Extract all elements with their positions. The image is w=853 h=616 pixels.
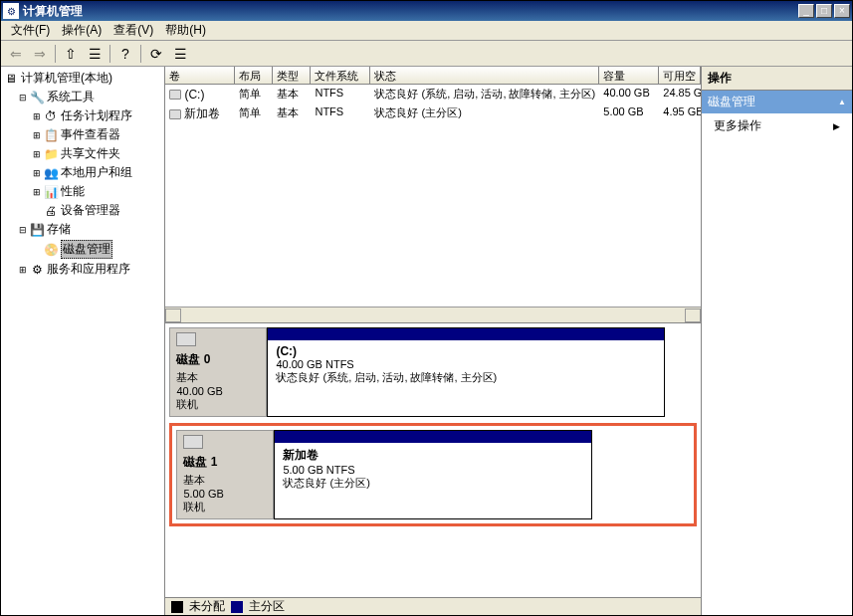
menu-action[interactable]: 操作(A)	[56, 20, 107, 41]
help-button[interactable]: ?	[114, 43, 136, 65]
legend-swatch-primary	[231, 601, 243, 613]
disk-icon	[183, 435, 203, 449]
scroll-right-button[interactable]	[685, 308, 701, 322]
tree-panel: 🖥 计算机管理(本地) ⊟ 🔧 系统工具 ⊞ ⏱ 任务计划程序 ⊞	[1, 67, 165, 615]
disk-partitions: 新加卷 5.00 GB NTFS 状态良好 (主分区)	[274, 430, 690, 519]
header-capacity[interactable]: 容量	[599, 67, 659, 84]
tools-icon: 🔧	[29, 90, 45, 105]
disk-info[interactable]: 磁盘 1 基本 5.00 GB 联机	[176, 430, 274, 519]
window-title: 计算机管理	[23, 3, 796, 20]
menubar: 文件(F) 操作(A) 查看(V) 帮助(H)	[1, 21, 852, 41]
toolbar-separator	[140, 45, 141, 63]
properties-button[interactable]: ☰	[84, 43, 106, 65]
tree-task-scheduler[interactable]: ⊞ ⏱ 任务计划程序	[31, 106, 162, 125]
center-panel: 卷 布局 类型 文件系统 状态 容量 可用空间 (C:) 简单 基本 NTFS …	[165, 67, 702, 615]
tree-root[interactable]: 🖥 计算机管理(本地)	[3, 69, 162, 88]
actions-header: 操作	[702, 67, 852, 91]
submenu-arrow-icon: ▶	[833, 121, 840, 131]
refresh-button[interactable]: ⟳	[145, 43, 167, 65]
computer-management-window: ⚙ 计算机管理 _ □ × 文件(F) 操作(A) 查看(V) 帮助(H) ⇐ …	[0, 0, 853, 616]
partition-stripe	[268, 328, 664, 340]
tree-device-manager[interactable]: 🖨 设备管理器	[31, 201, 162, 220]
disk-row-highlighted: 磁盘 1 基本 5.00 GB 联机 新加卷 5.00 GB NTFS 状态良好…	[169, 423, 697, 526]
collapse-icon[interactable]: ⊟	[17, 225, 29, 235]
device-icon: 🖨	[43, 203, 59, 219]
tree-event-viewer[interactable]: ⊞ 📋 事件查看器	[31, 125, 162, 144]
volume-row[interactable]: 新加卷 简单 基本 NTFS 状态良好 (主分区) 5.00 GB 4.95 G…	[165, 103, 701, 124]
legend-unallocated-label: 未分配	[189, 598, 225, 615]
perf-icon: 📊	[43, 184, 59, 200]
toolbar-separator	[109, 45, 110, 63]
menu-view[interactable]: 查看(V)	[107, 20, 159, 41]
menu-help[interactable]: 帮助(H)	[159, 20, 212, 41]
tree-system-tools[interactable]: ⊟ 🔧 系统工具	[17, 88, 162, 106]
menu-file[interactable]: 文件(F)	[5, 20, 56, 41]
volume-list: 卷 布局 类型 文件系统 状态 容量 可用空间 (C:) 简单 基本 NTFS …	[165, 67, 701, 323]
drive-icon	[169, 109, 181, 119]
partition-body: 新加卷 5.00 GB NTFS 状态良好 (主分区)	[275, 443, 591, 518]
extra-button[interactable]: ☰	[169, 43, 191, 65]
users-icon: 👥	[43, 165, 59, 181]
up-button[interactable]: ⇧	[60, 43, 82, 65]
scroll-left-button[interactable]	[165, 308, 181, 322]
partition[interactable]: (C:) 40.00 GB NTFS 状态良好 (系统, 启动, 活动, 故障转…	[267, 327, 665, 417]
forward-button[interactable]: ⇒	[29, 43, 51, 65]
toolbar: ⇐ ⇒ ⇧ ☰ ? ⟳ ☰	[1, 41, 852, 67]
services-icon: ⚙	[29, 262, 45, 278]
header-status[interactable]: 状态	[370, 67, 599, 84]
event-icon: 📋	[43, 127, 59, 143]
actions-section[interactable]: 磁盘管理 ▲	[702, 91, 852, 113]
legend: 未分配 主分区	[165, 597, 701, 615]
disk-partitions: (C:) 40.00 GB NTFS 状态良好 (系统, 启动, 活动, 故障转…	[267, 327, 697, 417]
storage-icon: 💾	[29, 222, 45, 238]
tree-services-apps[interactable]: ⊞ ⚙ 服务和应用程序	[17, 260, 162, 279]
volume-header-row: 卷 布局 类型 文件系统 状态 容量 可用空间	[165, 67, 701, 85]
back-button[interactable]: ⇐	[5, 43, 27, 65]
content-area: 🖥 计算机管理(本地) ⊟ 🔧 系统工具 ⊞ ⏱ 任务计划程序 ⊞	[1, 67, 852, 615]
disk-icon	[176, 332, 196, 346]
disk-icon: 📀	[43, 242, 59, 258]
legend-swatch-unallocated	[171, 601, 183, 613]
partition-stripe	[275, 431, 591, 443]
disk-info[interactable]: 磁盘 0 基本 40.00 GB 联机	[169, 327, 267, 417]
close-button[interactable]: ×	[834, 4, 850, 18]
minimize-button[interactable]: _	[798, 4, 814, 18]
expand-icon[interactable]: ⊞	[17, 265, 29, 275]
legend-primary-label: 主分区	[249, 598, 285, 615]
toolbar-separator	[55, 45, 56, 63]
titlebar: ⚙ 计算机管理 _ □ ×	[1, 1, 852, 21]
tree-local-users[interactable]: ⊞ 👥 本地用户和组	[31, 163, 162, 182]
collapse-arrow-icon: ▲	[838, 98, 846, 106]
actions-more[interactable]: 更多操作 ▶	[702, 113, 852, 138]
volume-row[interactable]: (C:) 简单 基本 NTFS 状态良好 (系统, 启动, 活动, 故障转储, …	[165, 85, 701, 103]
header-volume[interactable]: 卷	[165, 67, 235, 84]
actions-panel: 操作 磁盘管理 ▲ 更多操作 ▶	[702, 67, 852, 615]
computer-icon: 🖥	[3, 71, 19, 87]
horizontal-scrollbar[interactable]	[165, 307, 701, 322]
partition[interactable]: 新加卷 5.00 GB NTFS 状态良好 (主分区)	[274, 430, 592, 519]
expand-icon[interactable]: ⊞	[31, 111, 43, 121]
tree-disk-management[interactable]: 📀 磁盘管理	[31, 239, 162, 260]
drive-icon	[169, 90, 181, 100]
volume-rows: (C:) 简单 基本 NTFS 状态良好 (系统, 启动, 活动, 故障转储, …	[165, 85, 701, 307]
folder-icon: 📁	[43, 146, 59, 162]
collapse-icon[interactable]: ⊟	[17, 93, 29, 103]
header-filesystem[interactable]: 文件系统	[311, 67, 370, 84]
header-free[interactable]: 可用空间	[659, 67, 701, 84]
expand-icon[interactable]: ⊞	[31, 130, 43, 140]
expand-icon[interactable]: ⊞	[31, 149, 43, 159]
expand-icon[interactable]: ⊞	[31, 187, 43, 197]
tree-storage[interactable]: ⊟ 💾 存储	[17, 220, 162, 239]
partition-body: (C:) 40.00 GB NTFS 状态良好 (系统, 启动, 活动, 故障转…	[268, 340, 664, 416]
maximize-button[interactable]: □	[816, 4, 832, 18]
clock-icon: ⏱	[43, 108, 59, 124]
disk-row: 磁盘 0 基本 40.00 GB 联机 (C:) 40.00 GB NTFS 状…	[169, 327, 697, 417]
header-type[interactable]: 类型	[273, 67, 311, 84]
tree-performance[interactable]: ⊞ 📊 性能	[31, 182, 162, 201]
app-icon: ⚙	[3, 3, 19, 19]
header-layout[interactable]: 布局	[235, 67, 273, 84]
expand-icon[interactable]: ⊞	[31, 168, 43, 178]
disk-layout-panel: 磁盘 0 基本 40.00 GB 联机 (C:) 40.00 GB NTFS 状…	[165, 323, 701, 597]
tree-shared-folders[interactable]: ⊞ 📁 共享文件夹	[31, 144, 162, 163]
